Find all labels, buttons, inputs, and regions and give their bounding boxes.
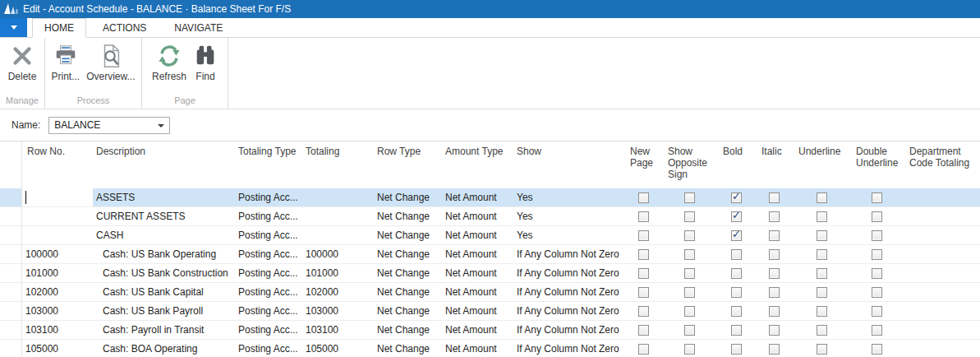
- cell-amount-type[interactable]: Net Amount: [439, 302, 511, 320]
- cell-amount-type[interactable]: Net Amount: [439, 188, 511, 206]
- checkbox-show-opposite-sign[interactable]: ✓: [684, 249, 695, 260]
- cell-totaling[interactable]: 100000: [300, 245, 371, 263]
- cell-bold[interactable]: ✓: [717, 207, 756, 225]
- cell-description[interactable]: Cash: US Bank Construction: [93, 264, 232, 282]
- cell-row-no[interactable]: 101000: [22, 264, 93, 282]
- row-selector-cell[interactable]: [0, 245, 22, 263]
- cell-totaling-type[interactable]: Posting Acc...: [232, 188, 300, 206]
- cell-row-type[interactable]: Net Change: [371, 264, 439, 282]
- checkbox-show-opposite-sign[interactable]: ✓: [684, 192, 695, 203]
- cell-new-page[interactable]: ✓: [624, 207, 662, 225]
- cell-show-opposite-sign[interactable]: ✓: [662, 283, 717, 301]
- print-button[interactable]: Print...: [48, 42, 82, 84]
- col-header-dept-code-totaling[interactable]: Department Code Totaling: [904, 141, 980, 188]
- refresh-button[interactable]: Refresh: [150, 42, 189, 84]
- cell-double-underline[interactable]: ✓: [850, 283, 904, 301]
- checkbox-double-underline[interactable]: ✓: [872, 192, 882, 203]
- checkbox-bold[interactable]: ✓: [731, 287, 742, 298]
- cell-dept-code-totaling[interactable]: [904, 207, 980, 225]
- cell-underline[interactable]: ✓: [793, 321, 850, 339]
- checkbox-bold[interactable]: ✓: [731, 192, 742, 203]
- checkbox-italic[interactable]: ✓: [769, 344, 780, 355]
- cell-show-opposite-sign[interactable]: ✓: [662, 302, 717, 320]
- cell-row-no[interactable]: 102000: [22, 283, 93, 301]
- checkbox-bold[interactable]: ✓: [731, 230, 742, 241]
- cell-show[interactable]: Yes: [511, 207, 624, 225]
- row-selector-cell[interactable]: [0, 207, 22, 225]
- cell-underline[interactable]: ✓: [793, 340, 850, 357]
- cell-show-opposite-sign[interactable]: ✓: [662, 188, 717, 206]
- cell-amount-type[interactable]: Net Amount: [439, 264, 511, 282]
- find-button[interactable]: Find: [191, 42, 220, 84]
- cell-totaling[interactable]: 105000: [300, 340, 371, 357]
- cell-show-opposite-sign[interactable]: ✓: [662, 340, 717, 357]
- checkbox-italic[interactable]: ✓: [769, 287, 780, 298]
- cell-totaling-type[interactable]: Posting Acc...: [232, 302, 300, 320]
- checkbox-new-page[interactable]: ✓: [638, 230, 649, 241]
- cell-italic[interactable]: ✓: [756, 302, 793, 320]
- checkbox-italic[interactable]: ✓: [769, 211, 780, 222]
- checkbox-double-underline[interactable]: ✓: [872, 344, 882, 355]
- cell-show-opposite-sign[interactable]: ✓: [662, 207, 717, 225]
- checkbox-underline[interactable]: ✓: [817, 344, 827, 355]
- checkbox-new-page[interactable]: ✓: [638, 211, 649, 222]
- cell-row-type[interactable]: Net Change: [371, 340, 439, 357]
- col-header-row-type[interactable]: Row Type: [371, 141, 439, 188]
- checkbox-double-underline[interactable]: ✓: [872, 306, 882, 317]
- cell-totaling[interactable]: 103000: [300, 302, 371, 320]
- cell-dept-code-totaling[interactable]: [904, 264, 980, 282]
- cell-new-page[interactable]: ✓: [624, 188, 662, 206]
- delete-button[interactable]: Delete: [6, 42, 39, 84]
- col-header-double-underline[interactable]: Double Underline: [850, 141, 904, 188]
- cell-totaling[interactable]: 101000: [300, 264, 371, 282]
- checkbox-new-page[interactable]: ✓: [638, 344, 649, 355]
- checkbox-italic[interactable]: ✓: [769, 325, 780, 336]
- cell-description[interactable]: Cash: US Bank Capital: [93, 283, 232, 301]
- checkbox-underline[interactable]: ✓: [817, 192, 827, 203]
- checkbox-underline[interactable]: ✓: [817, 268, 827, 279]
- checkbox-new-page[interactable]: ✓: [638, 192, 649, 203]
- cell-dept-code-totaling[interactable]: [904, 302, 980, 320]
- cell-bold[interactable]: ✓: [717, 340, 756, 357]
- row-selector-cell[interactable]: [0, 188, 22, 206]
- cell-underline[interactable]: ✓: [793, 188, 850, 206]
- cell-row-type[interactable]: Net Change: [371, 226, 439, 244]
- cell-totaling-type[interactable]: Posting Acc...: [232, 226, 300, 244]
- cell-description[interactable]: ASSETS: [93, 188, 232, 206]
- cell-new-page[interactable]: ✓: [624, 321, 662, 339]
- cell-italic[interactable]: ✓: [756, 283, 793, 301]
- checkbox-new-page[interactable]: ✓: [638, 249, 649, 260]
- cell-amount-type[interactable]: Net Amount: [439, 245, 511, 263]
- cell-show-opposite-sign[interactable]: ✓: [662, 264, 717, 282]
- checkbox-bold[interactable]: ✓: [731, 249, 742, 260]
- cell-italic[interactable]: ✓: [756, 207, 793, 225]
- checkbox-show-opposite-sign[interactable]: ✓: [684, 230, 695, 241]
- cell-totaling-type[interactable]: Posting Acc...: [232, 283, 300, 301]
- cell-dept-code-totaling[interactable]: [904, 283, 980, 301]
- cell-italic[interactable]: ✓: [756, 264, 793, 282]
- cell-underline[interactable]: ✓: [793, 226, 850, 244]
- checkbox-underline[interactable]: ✓: [817, 211, 827, 222]
- checkbox-underline[interactable]: ✓: [817, 287, 827, 298]
- cell-show-opposite-sign[interactable]: ✓: [662, 245, 717, 263]
- tab-navigate[interactable]: NAVIGATE: [163, 18, 234, 37]
- checkbox-show-opposite-sign[interactable]: ✓: [684, 268, 695, 279]
- cell-show[interactable]: If Any Column Not Zero: [511, 283, 624, 301]
- checkbox-double-underline[interactable]: ✓: [872, 325, 882, 336]
- cell-row-no[interactable]: [22, 188, 93, 206]
- row-selector-cell[interactable]: [0, 226, 22, 244]
- cell-amount-type[interactable]: Net Amount: [439, 226, 511, 244]
- cell-totaling[interactable]: 102000: [300, 283, 371, 301]
- row-selector-cell[interactable]: [0, 340, 22, 357]
- cell-show-opposite-sign[interactable]: ✓: [662, 226, 717, 244]
- cell-double-underline[interactable]: ✓: [850, 302, 904, 320]
- checkbox-bold[interactable]: ✓: [731, 306, 742, 317]
- cell-new-page[interactable]: ✓: [624, 302, 662, 320]
- cell-row-type[interactable]: Net Change: [371, 245, 439, 263]
- cell-totaling[interactable]: [300, 226, 371, 244]
- cell-row-type[interactable]: Net Change: [371, 321, 439, 339]
- checkbox-double-underline[interactable]: ✓: [872, 249, 882, 260]
- col-header-bold[interactable]: Bold: [717, 141, 756, 188]
- cell-show-opposite-sign[interactable]: ✓: [662, 321, 717, 339]
- cell-new-page[interactable]: ✓: [624, 283, 662, 301]
